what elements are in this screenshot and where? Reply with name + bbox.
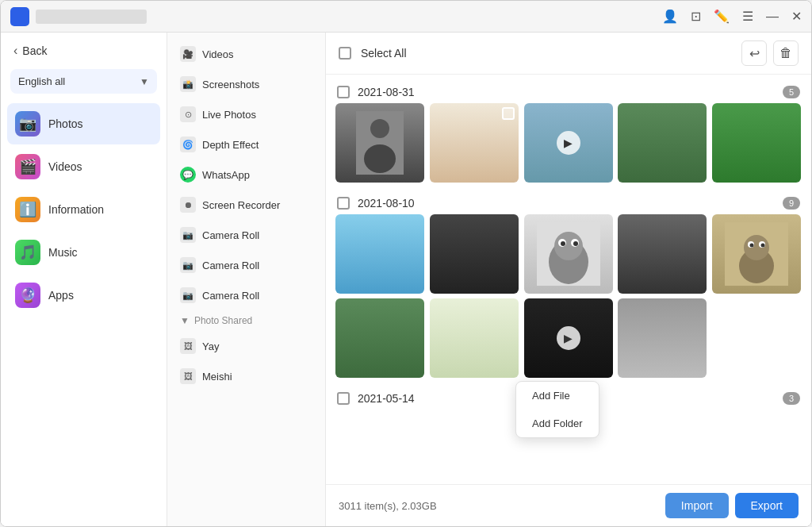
photos-row-2b: ▶: [335, 298, 802, 378]
edit-icon[interactable]: ✏️: [714, 9, 730, 24]
back-button[interactable]: ‹ Back: [1, 33, 167, 69]
meishi-icon: 🖼: [180, 368, 196, 384]
back-arrow-icon: ‹: [13, 44, 17, 58]
minimize-button[interactable]: —: [766, 10, 779, 24]
middle-item-camera-roll-2[interactable]: 📷 Camera Roll: [167, 250, 325, 280]
toolbar-right: ↩ 🗑: [741, 40, 799, 66]
date-group-checkbox-1[interactable]: [337, 86, 350, 98]
context-menu-add-file[interactable]: Add File: [516, 382, 599, 410]
photos-icon: 📷: [15, 111, 40, 137]
photo-thumb[interactable]: ▶: [524, 298, 613, 378]
sidebar-item-information[interactable]: ℹ️ Information: [7, 189, 160, 230]
middle-item-yay[interactable]: 🖼 Yay: [167, 331, 325, 361]
sidebar-item-photos[interactable]: 📷 Photos: [7, 103, 160, 144]
play-button[interactable]: ▶: [557, 326, 580, 350]
titlebar-right: 👤 ⊡ ✏️ ☰ — ✕: [662, 9, 802, 24]
middle-item-camera-roll-1[interactable]: 📷 Camera Roll: [167, 220, 325, 250]
date-group-2021-08-31: 2021-08-31 5: [335, 81, 802, 183]
svg-point-9: [573, 241, 578, 246]
profile-icon[interactable]: 👤: [662, 9, 678, 24]
toolbar-left: Select All: [339, 47, 407, 60]
titlebar-left: [10, 7, 147, 26]
totoro-art: [712, 214, 801, 294]
date-group-checkbox-2[interactable]: [337, 197, 350, 210]
sidebar-item-apps[interactable]: 🔮 Apps: [7, 275, 160, 316]
date-header-2: 2021-08-10 9: [335, 192, 802, 214]
photo-thumb[interactable]: [712, 214, 801, 294]
totoro-drawing: [524, 214, 613, 294]
date-label-2: 2021-08-10: [358, 197, 775, 210]
import-button[interactable]: Import: [665, 493, 729, 518]
context-menu-add-folder[interactable]: Add Folder: [516, 410, 599, 437]
bottom-actions: Import Export: [665, 493, 799, 518]
middle-item-camera-roll-3[interactable]: 📷 Camera Roll: [167, 280, 325, 310]
context-menu: Add File Add Folder: [515, 381, 599, 438]
middle-item-videos[interactable]: 🎥 Videos: [167, 39, 325, 69]
date-header-1: 2021-08-31 5: [335, 81, 802, 103]
sidebar-photos-label: Photos: [48, 117, 83, 130]
photo-shared-label: Photo Shared: [194, 315, 252, 326]
photo-shared-header[interactable]: ▼ Photo Shared: [167, 310, 325, 331]
middle-item-depth-effect[interactable]: 🌀 Depth Effect: [167, 129, 325, 160]
export-button[interactable]: Export: [735, 493, 799, 518]
back-label: Back: [22, 44, 47, 57]
middle-camera1-label: Camera Roll: [202, 229, 259, 241]
photo-thumb[interactable]: [430, 103, 519, 183]
main-content: Select All ↩ 🗑 2021-08-31: [326, 33, 811, 526]
delete-button[interactable]: 🗑: [773, 40, 799, 66]
middle-item-meishi[interactable]: 🖼 Meishi: [167, 361, 325, 391]
apps-icon: 🔮: [15, 283, 40, 308]
sidebar-navigation: 📷 Photos 🎬 Videos ℹ️ Information 🎵 Music…: [1, 100, 167, 319]
date-group-2021-08-10: 2021-08-10 9: [335, 192, 802, 378]
photo-thumb[interactable]: [618, 103, 707, 183]
close-button[interactable]: ✕: [791, 9, 802, 24]
sidebar-music-label: Music: [48, 246, 78, 259]
photo-thumb[interactable]: [430, 298, 519, 378]
photo-thumb[interactable]: [618, 298, 707, 378]
sidebar-item-videos[interactable]: 🎬 Videos: [7, 146, 160, 187]
middle-item-screenshots[interactable]: 📸 Screenshots: [167, 69, 325, 99]
screenshots-icon: 📸: [180, 76, 196, 92]
photo-thumb[interactable]: [335, 298, 424, 378]
date-count-2: 9: [783, 197, 800, 210]
photo-checkbox[interactable]: [502, 107, 515, 120]
svg-point-1: [370, 119, 389, 138]
photo-thumb[interactable]: [430, 214, 519, 294]
photo-thumb[interactable]: ▶: [524, 103, 613, 183]
photo-thumb[interactable]: [524, 214, 613, 294]
trash-icon: 🗑: [779, 46, 792, 60]
sidebar-item-music[interactable]: 🎵 Music: [7, 232, 160, 273]
item-count-label: 3011 item(s), 2.03GB: [339, 500, 437, 512]
sidebar: ‹ Back English all ▼ 📷 Photos 🎬 Videos ℹ…: [1, 33, 167, 526]
middle-camera3-label: Camera Roll: [202, 290, 259, 302]
photo-thumb[interactable]: [335, 214, 424, 294]
middle-depth-label: Depth Effect: [202, 139, 259, 151]
middle-item-screen-recorder[interactable]: ⏺ Screen Recorder: [167, 190, 325, 220]
photos-row-1: ▶: [335, 103, 802, 183]
date-label-1: 2021-08-31: [358, 86, 775, 98]
device-selector-text: English all: [18, 75, 65, 87]
device-selector[interactable]: English all ▼: [10, 69, 157, 94]
date-group-checkbox-3[interactable]: [337, 392, 350, 405]
undo-button[interactable]: ↩: [741, 40, 767, 66]
window-icon[interactable]: ⊡: [691, 9, 701, 24]
middle-screenshots-label: Screenshots: [202, 79, 259, 90]
chevron-down-icon: ▼: [140, 76, 149, 87]
photo-thumb[interactable]: [335, 103, 424, 183]
photo-thumb[interactable]: [712, 103, 801, 183]
collapse-icon: ▼: [180, 315, 190, 326]
information-icon: ℹ️: [15, 197, 40, 222]
sidebar-videos-label: Videos: [48, 160, 82, 173]
play-button[interactable]: ▶: [557, 131, 580, 155]
middle-item-live-photos[interactable]: ⊙ Live Photos: [167, 99, 325, 129]
svg-point-12: [744, 235, 769, 260]
menu-icon[interactable]: ☰: [742, 9, 753, 24]
middle-item-whatsapp[interactable]: 💬 WhatsApp: [167, 160, 325, 190]
bottom-bar: 3011 item(s), 2.03GB Import Export: [326, 484, 811, 526]
select-all-checkbox[interactable]: [339, 47, 351, 60]
middle-live-label: Live Photos: [202, 109, 256, 121]
middle-yay-label: Yay: [202, 340, 219, 352]
middle-videos-label: Videos: [202, 48, 234, 60]
photo-thumb[interactable]: [618, 214, 707, 294]
date-count-1: 5: [783, 86, 800, 98]
